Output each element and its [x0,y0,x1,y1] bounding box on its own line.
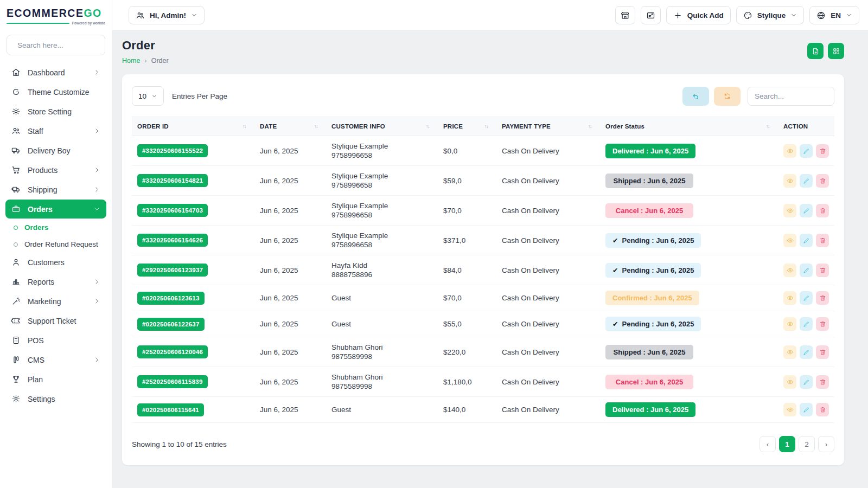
sidebar-item-label: Theme Customize [28,88,90,97]
edit-order-button[interactable] [800,375,813,389]
sidebar-item-settings[interactable]: Settings [5,389,106,408]
edit-order-button[interactable] [800,264,813,277]
view-order-button[interactable] [783,174,796,188]
sort-icon[interactable]: ↑↓ [314,124,321,129]
column-header-customer-info[interactable]: CUSTOMER INFO↑↓ [326,117,438,136]
order-id-badge[interactable]: #020250606123613 [137,292,205,305]
sort-icon[interactable]: ↑↓ [426,124,432,129]
order-id-badge[interactable]: #2920250606123937 [137,264,208,277]
sidebar-subitem-order-refund-request[interactable]: Order Refund Request [5,236,106,253]
view-order-button[interactable] [783,291,796,305]
cms-icon [11,355,21,364]
order-date: Jun 6, 2025 [254,311,326,337]
storefront-button[interactable] [615,6,635,24]
order-id-badge[interactable]: #2520250606115839 [137,375,208,388]
language-select-button[interactable]: EN [809,6,859,24]
delete-order-button[interactable] [816,291,829,305]
edit-order-button[interactable] [800,234,813,247]
sidebar-search-input[interactable] [17,41,112,49]
sidebar-item-cms[interactable]: CMS [5,350,106,369]
delete-order-button[interactable] [816,264,829,277]
order-id-badge[interactable]: #3320250606154821 [137,174,208,187]
sidebar-item-theme-customize[interactable]: Theme Customize [5,82,106,101]
delete-order-button[interactable] [816,174,829,188]
pagination-page-1[interactable]: 1 [779,436,795,452]
edit-order-button[interactable] [800,204,813,217]
delete-order-button[interactable] [816,144,829,158]
refresh-button[interactable] [714,87,741,106]
order-id-badge[interactable]: #2520250606120046 [137,345,208,358]
view-order-button[interactable] [783,317,796,331]
view-order-button[interactable] [783,345,796,359]
sidebar-subitem-orders[interactable]: Orders [5,219,106,236]
sort-icon[interactable]: ↑↓ [766,124,773,129]
export-button[interactable] [807,43,824,59]
pagination-prev-button[interactable]: ‹ [760,436,776,452]
table-row: #020250606115641Jun 6, 2025Guest$140,0Ca… [132,397,834,423]
view-order-button[interactable] [783,403,796,416]
card-button[interactable] [641,6,661,24]
undo-button[interactable] [682,87,709,106]
sidebar-item-products[interactable]: Products [5,160,106,179]
brand-logo[interactable]: ECOMMERCEGO Powered by workdo [0,0,112,29]
sidebar-item-customers[interactable]: Customers [5,253,106,272]
payment-type: Cash On Delivery [496,136,600,166]
order-id-badge[interactable]: #3320250606154626 [137,234,208,247]
pagination-next-button[interactable]: › [818,436,834,452]
orders-table: ORDER ID↑↓DATE↑↓CUSTOMER INFO↑↓PRICE↑↓PA… [132,117,834,423]
chevron-right-icon [93,356,100,363]
column-header-order-status[interactable]: Order Status↑↓ [600,117,778,136]
order-id-badge[interactable]: #020250606122637 [137,318,205,331]
edit-order-button[interactable] [800,144,813,158]
delete-order-button[interactable] [816,375,829,389]
sidebar-item-plan[interactable]: Plan [5,370,106,389]
sidebar-item-marketing[interactable]: Marketing [5,292,106,311]
theme-icon [11,87,21,97]
per-page-select[interactable]: 10 [132,86,164,106]
column-header-payment-type[interactable]: PAYMENT TYPE↑↓ [496,117,600,136]
sidebar-item-orders[interactable]: Orders [5,200,106,219]
view-order-button[interactable] [783,375,796,389]
sidebar-item-staff[interactable]: Staff [5,121,106,140]
edit-order-button[interactable] [800,174,813,188]
column-header-order-id[interactable]: ORDER ID↑↓ [132,117,254,136]
grid-view-button[interactable] [828,43,844,59]
edit-order-button[interactable] [800,345,813,359]
table-search-input[interactable] [748,87,834,106]
delete-order-button[interactable] [816,403,829,416]
order-id-badge[interactable]: #3320250606155522 [137,144,208,157]
delete-order-button[interactable] [816,345,829,359]
view-order-button[interactable] [783,204,796,217]
delete-order-button[interactable] [816,317,829,331]
admin-menu-button[interactable]: Hi, Admin! [129,6,205,24]
column-header-date[interactable]: DATE↑↓ [254,117,326,136]
sidebar-item-delivery-boy[interactable]: Delivery Boy [5,141,106,160]
sidebar-item-shipping[interactable]: Shipping [5,180,106,199]
view-order-button[interactable] [783,234,796,247]
theme-select-button[interactable]: Stylique [736,6,805,24]
order-id-badge[interactable]: #020250606115641 [137,403,204,416]
column-header-price[interactable]: PRICE↑↓ [438,117,496,136]
edit-order-button[interactable] [800,403,813,416]
sidebar-item-dashboard[interactable]: Dashboard [5,63,106,82]
delete-order-button[interactable] [816,234,829,247]
status-label: Cancel : Jun 6, 2025 [616,207,683,215]
edit-order-button[interactable] [800,317,813,331]
edit-order-button[interactable] [800,291,813,305]
pagination-page-2[interactable]: 2 [799,436,815,452]
sidebar-search[interactable] [7,35,105,55]
sidebar-item-store-setting[interactable]: Store Setting [5,102,106,121]
sort-icon[interactable]: ↑↓ [242,124,249,129]
delete-order-button[interactable] [816,204,829,217]
language-label: EN [831,11,841,20]
sort-icon[interactable]: ↑↓ [588,124,595,129]
order-id-badge[interactable]: #3320250606154703 [137,204,208,217]
view-order-button[interactable] [783,264,796,277]
quick-add-button[interactable]: Quick Add [666,6,731,24]
sidebar-item-reports[interactable]: Reports [5,272,106,291]
sidebar-item-support-ticket[interactable]: Support Ticket [5,311,106,330]
view-order-button[interactable] [783,144,796,158]
sort-icon[interactable]: ↑↓ [484,124,491,129]
sidebar-item-pos[interactable]: POS [5,331,106,350]
breadcrumb-home-link[interactable]: Home [122,57,140,65]
